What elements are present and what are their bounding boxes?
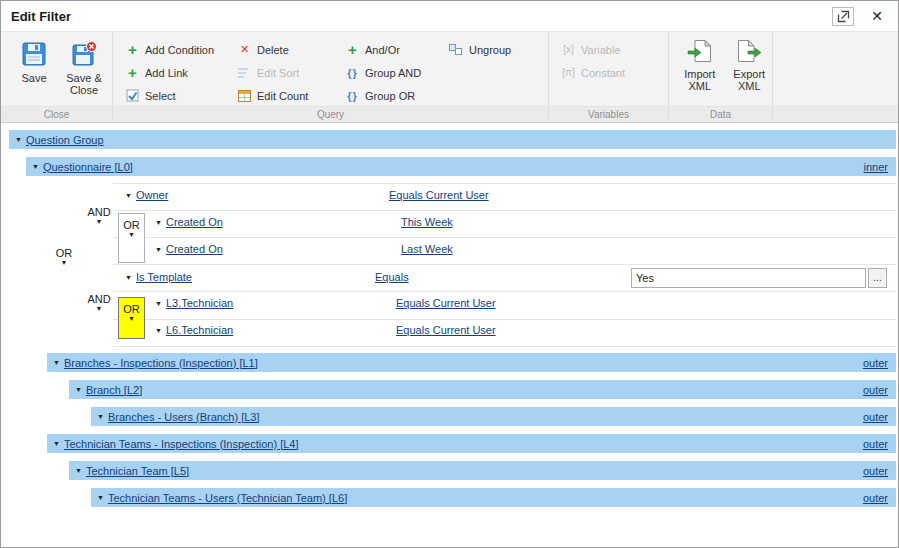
caret-down-icon: ▼ xyxy=(128,231,135,239)
condition-field-created-on-2[interactable]: ▼ Created On xyxy=(155,243,223,255)
caret-down-icon[interactable]: ▼ xyxy=(125,274,132,281)
save-and-close-button[interactable]: Save & Close xyxy=(61,38,107,106)
caret-down-icon[interactable]: ▼ xyxy=(97,494,104,501)
ribbon-group-variables: [x] Variable [π] Constant Variables xyxy=(549,32,669,122)
save-button-label: Save xyxy=(21,72,46,84)
delete-button[interactable]: ✕ Delete xyxy=(233,40,341,59)
add-icon: + xyxy=(345,41,360,58)
tree-row-question-group[interactable]: ▼ Question Group xyxy=(9,130,896,149)
tree-node-link[interactable]: Questionnaire [L0] xyxy=(43,161,133,173)
maximize-restore-button[interactable] xyxy=(832,7,854,26)
row-divider xyxy=(113,183,896,184)
tree-node-link[interactable]: Question Group xyxy=(26,134,104,146)
condition-field-link[interactable]: Created On xyxy=(166,243,223,255)
tree-row-technician-teams-users-l6[interactable]: ▼ Technician Teams - Users (Technician T… xyxy=(91,488,896,507)
constant-label: Constant xyxy=(581,67,625,79)
tree-node-link[interactable]: Branches - Users (Branch) [L3] xyxy=(108,411,260,423)
caret-down-icon: ▼ xyxy=(128,315,135,323)
filter-editor-canvas: ▼ Question Group ▼ Questionnaire [L0] in… xyxy=(1,123,898,547)
and-or-button[interactable]: + And/Or xyxy=(341,40,445,59)
group-or-button[interactable]: {} Group OR xyxy=(341,86,445,105)
condition-value-link[interactable]: Last Week xyxy=(401,243,453,255)
condition-value-link[interactable]: Equals Current User xyxy=(396,324,496,336)
caret-down-icon[interactable]: ▼ xyxy=(53,359,60,366)
tree-row-branches-users-l3[interactable]: ▼ Branches - Users (Branch) [L3] outer xyxy=(91,407,896,426)
save-and-close-label: Save & Close xyxy=(62,72,106,96)
tree-node-link[interactable]: Technician Teams - Users (Technician Tea… xyxy=(108,492,347,504)
operator-label: AND xyxy=(87,293,110,305)
condition-value-link[interactable]: Equals Current User xyxy=(389,189,489,201)
caret-down-icon: ▼ xyxy=(96,218,103,226)
close-button[interactable]: ✕ xyxy=(866,7,888,26)
query-column-4: Ungroup xyxy=(445,40,541,106)
sort-icon xyxy=(237,67,252,79)
tree-node-link[interactable]: Branch [L2] xyxy=(86,384,142,396)
condition-field-l6-technician[interactable]: ▼ L6.Technician xyxy=(155,324,233,336)
tree-node-link[interactable]: Technician Team [L5] xyxy=(86,465,189,477)
tree-row-branch-l2[interactable]: ▼ Branch [L2] outer xyxy=(69,380,896,399)
caret-down-icon[interactable]: ▼ xyxy=(53,440,60,447)
join-type-link[interactable]: outer xyxy=(863,438,888,450)
caret-down-icon[interactable]: ▼ xyxy=(32,163,39,170)
tree-row-technician-team-l5[interactable]: ▼ Technician Team [L5] outer xyxy=(69,461,896,480)
caret-down-icon[interactable]: ▼ xyxy=(155,246,162,253)
save-button[interactable]: Save xyxy=(11,38,57,106)
caret-down-icon[interactable]: ▼ xyxy=(125,192,132,199)
group2-inner-operator-or-selected[interactable]: OR ▼ xyxy=(118,297,145,339)
add-link-button[interactable]: + Add Link xyxy=(121,63,233,82)
join-type-link[interactable]: outer xyxy=(863,465,888,477)
condition-field-is-template[interactable]: ▼ Is Template xyxy=(125,271,192,283)
tree-row-questionnaire-l0[interactable]: ▼ Questionnaire [L0] inner xyxy=(26,157,896,176)
condition-field-created-on-1[interactable]: ▼ Created On xyxy=(155,216,223,228)
condition-field-link[interactable]: Is Template xyxy=(136,271,192,283)
operator-label: AND xyxy=(87,206,110,218)
tree-row-technician-teams-inspections-l4[interactable]: ▼ Technician Teams - Inspections (Inspec… xyxy=(47,434,896,453)
join-type-link[interactable]: outer xyxy=(863,492,888,504)
condition-field-link[interactable]: Created On xyxy=(166,216,223,228)
join-type-link[interactable]: outer xyxy=(863,411,888,423)
table-icon xyxy=(237,90,252,102)
tree-node-link[interactable]: Technician Teams - Inspections (Inspecti… xyxy=(64,438,299,450)
caret-down-icon[interactable]: ▼ xyxy=(97,413,104,420)
tree-node-link[interactable]: Branches - Inspections (Inspection) [L1] xyxy=(64,357,258,369)
more-options-button[interactable]: ... xyxy=(868,268,887,288)
import-xml-button[interactable]: Import XML xyxy=(677,36,723,106)
group-braces-icon: {} xyxy=(345,90,360,102)
caret-down-icon[interactable]: ▼ xyxy=(155,327,162,334)
tree-row-branches-inspections-l1[interactable]: ▼ Branches - Inspections (Inspection) [L… xyxy=(47,353,896,372)
condition-value-link[interactable]: This Week xyxy=(401,216,453,228)
group1-operator-and[interactable]: AND ▼ xyxy=(84,206,114,226)
ungroup-label: Ungroup xyxy=(469,44,511,56)
join-type-link[interactable]: outer xyxy=(863,384,888,396)
save-and-close-icon xyxy=(71,41,97,70)
caret-down-icon[interactable]: ▼ xyxy=(155,300,162,307)
group1-inner-operator-or[interactable]: OR ▼ xyxy=(118,213,145,263)
add-condition-button[interactable]: + Add Condition xyxy=(121,40,233,59)
is-template-value-input[interactable] xyxy=(631,268,866,288)
condition-field-link[interactable]: L3.Technician xyxy=(166,297,233,309)
condition-field-owner[interactable]: ▼ Owner xyxy=(125,189,168,201)
root-operator-or[interactable]: OR ▼ xyxy=(49,247,79,267)
group2-operator-and[interactable]: AND ▼ xyxy=(84,293,114,313)
condition-value-link[interactable]: Equals Current User xyxy=(396,297,496,309)
operator-label: OR xyxy=(56,247,73,259)
condition-field-link[interactable]: Owner xyxy=(136,189,168,201)
ribbon: Save Save & Close xyxy=(1,31,898,123)
row-divider xyxy=(113,319,896,320)
ungroup-button[interactable]: Ungroup xyxy=(445,40,541,59)
caret-down-icon[interactable]: ▼ xyxy=(75,386,82,393)
edit-count-button[interactable]: Edit Count xyxy=(233,86,341,105)
condition-field-link[interactable]: L6.Technician xyxy=(166,324,233,336)
condition-operator-link[interactable]: Equals xyxy=(375,271,409,283)
group-and-button[interactable]: {} Group AND xyxy=(341,63,445,82)
export-xml-button[interactable]: Export XML xyxy=(727,36,773,106)
join-type-link[interactable]: inner xyxy=(864,161,888,173)
caret-down-icon[interactable]: ▼ xyxy=(75,467,82,474)
ribbon-group-query: + Add Condition + Add Link xyxy=(113,32,549,122)
join-type-link[interactable]: outer xyxy=(863,357,888,369)
select-button[interactable]: Select xyxy=(121,86,233,105)
condition-field-l3-technician[interactable]: ▼ L3.Technician xyxy=(155,297,233,309)
row-divider xyxy=(113,210,896,211)
caret-down-icon[interactable]: ▼ xyxy=(15,136,22,143)
caret-down-icon[interactable]: ▼ xyxy=(155,219,162,226)
